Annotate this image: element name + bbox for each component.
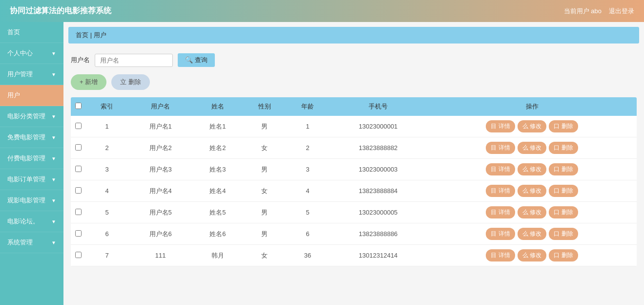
chevron-icon: ▼ <box>51 240 56 245</box>
sidebar-item-watch-history[interactable]: 观影电影管理 ▼ <box>0 190 63 211</box>
delete-button[interactable]: 口 删除 <box>549 206 578 218</box>
app-title: 协同过滤算法的电影推荐系统 <box>10 6 111 16</box>
row-checkbox-cell <box>71 223 85 245</box>
breadcrumb: 首页 | 用户 <box>68 27 639 44</box>
col-gender: 性别 <box>243 97 286 116</box>
breadcrumb-current: 用户 <box>94 31 106 39</box>
cell-username: 用户名2 <box>128 137 192 159</box>
edit-button[interactable]: 么 修改 <box>518 228 546 240</box>
delete-button[interactable]: 口 删除 <box>549 163 578 175</box>
sidebar-item-label: 电影论坛。 <box>7 217 39 226</box>
edit-button[interactable]: 么 修改 <box>518 142 546 154</box>
sidebar-item-home[interactable]: 首页 <box>0 22 63 43</box>
breadcrumb-separator: | <box>90 31 92 39</box>
detail-button[interactable]: 目 详情 <box>486 163 515 175</box>
row-checkbox-cell <box>71 159 85 180</box>
cell-name: 姓名5 <box>192 202 243 223</box>
detail-button[interactable]: 目 详情 <box>486 185 515 197</box>
cell-phone: 13823888886 <box>329 223 427 245</box>
cell-index: 1 <box>85 116 128 137</box>
breadcrumb-home[interactable]: 首页 <box>76 31 88 39</box>
edit-button[interactable]: 么 修改 <box>518 249 546 261</box>
cell-index: 5 <box>85 202 128 223</box>
row-checkbox-cell <box>71 116 85 137</box>
cell-age: 4 <box>286 180 329 202</box>
col-actions: 操作 <box>427 97 637 116</box>
sidebar-item-label: 系统管理 <box>7 238 33 247</box>
delete-button[interactable]: 口 删除 <box>549 228 578 240</box>
logout-button[interactable]: 退出登录 <box>609 7 634 16</box>
cell-name: 姓名3 <box>192 159 243 180</box>
edit-button[interactable]: 么 修改 <box>518 120 546 132</box>
sidebar-item-user[interactable]: 用户 <box>0 85 63 106</box>
cell-actions: 目 详情 么 修改 口 删除 <box>427 137 637 159</box>
user-table-container: 索引 用户名 姓名 性别 年龄 手机号 操作 1 用户名1 姓名1 男 <box>71 97 637 266</box>
col-phone: 手机号 <box>329 97 427 116</box>
delete-button[interactable]: 口 删除 <box>549 185 578 197</box>
delete-button[interactable]: 口 删除 <box>549 142 578 154</box>
sidebar-item-free-movie[interactable]: 免费电影管理 ▼ <box>0 127 63 148</box>
detail-button[interactable]: 目 详情 <box>486 120 515 132</box>
cell-gender: 女 <box>243 180 286 202</box>
table-row: 2 用户名2 姓名2 女 2 13823888882 目 详情 么 修改 口 删… <box>71 137 637 159</box>
detail-button[interactable]: 目 详情 <box>486 228 515 240</box>
sidebar-item-system[interactable]: 系统管理 ▼ <box>0 232 63 253</box>
row-checkbox[interactable] <box>75 187 82 194</box>
edit-button[interactable]: 么 修改 <box>518 206 546 218</box>
row-checkbox[interactable] <box>75 144 82 151</box>
cell-username: 用户名5 <box>128 202 192 223</box>
add-button[interactable]: + 新增 <box>71 74 106 90</box>
cell-username: 用户名6 <box>128 223 192 245</box>
row-checkbox[interactable] <box>75 209 82 215</box>
table-body: 1 用户名1 姓名1 男 1 13023000001 目 详情 么 修改 口 删… <box>71 116 637 266</box>
sidebar-item-paid-movie[interactable]: 付费电影管理 ▼ <box>0 148 63 169</box>
action-bar: + 新增 立 删除 <box>71 74 637 90</box>
sidebar-item-user-mgmt[interactable]: 用户管理 ▼ <box>0 64 63 85</box>
batch-delete-button[interactable]: 立 删除 <box>111 74 150 90</box>
row-checkbox[interactable] <box>75 166 82 172</box>
sidebar-item-label: 观影电影管理 <box>7 196 45 205</box>
sidebar-item-forum[interactable]: 电影论坛。 ▼ <box>0 211 63 232</box>
detail-button[interactable]: 目 详情 <box>486 249 515 261</box>
row-checkbox[interactable] <box>75 123 82 129</box>
cell-gender: 男 <box>243 159 286 180</box>
search-button[interactable]: 🔍 查询 <box>178 53 215 67</box>
edit-button[interactable]: 么 修改 <box>518 163 546 175</box>
search-input[interactable] <box>95 54 173 67</box>
col-name: 姓名 <box>192 97 243 116</box>
select-all-checkbox[interactable] <box>75 103 82 109</box>
sidebar-item-label: 免费电影管理 <box>7 133 45 142</box>
sidebar: 首页 个人中心 ▼ 用户管理 ▼ 用户 电影分类管理 ▼ 免费电影管理 ▼ 付费… <box>0 22 63 305</box>
col-username: 用户名 <box>128 97 192 116</box>
chevron-icon: ▼ <box>51 114 56 119</box>
sidebar-item-label: 电影分类管理 <box>7 112 45 121</box>
table-header: 索引 用户名 姓名 性别 年龄 手机号 操作 <box>71 97 637 116</box>
cell-age: 1 <box>286 116 329 137</box>
row-checkbox[interactable] <box>75 230 82 237</box>
sidebar-item-personal[interactable]: 个人中心 ▼ <box>0 43 63 64</box>
chevron-icon: ▼ <box>51 72 56 77</box>
detail-button[interactable]: 目 详情 <box>486 142 515 154</box>
sidebar-item-label: 付费电影管理 <box>7 154 45 163</box>
cell-gender: 男 <box>243 223 286 245</box>
cell-phone: 13023000001 <box>329 116 427 137</box>
cell-name: 姓名2 <box>192 137 243 159</box>
sidebar-item-movie-category[interactable]: 电影分类管理 ▼ <box>0 106 63 127</box>
sidebar-item-order-mgmt[interactable]: 电影订单管理 ▼ <box>0 169 63 190</box>
search-bar: 用户名 🔍 查询 <box>71 53 637 67</box>
cell-index: 2 <box>85 137 128 159</box>
chevron-icon: ▼ <box>51 156 56 161</box>
cell-name: 韩月 <box>192 245 243 266</box>
detail-button[interactable]: 目 详情 <box>486 206 515 218</box>
cell-age: 5 <box>286 202 329 223</box>
cell-age: 3 <box>286 159 329 180</box>
table-row: 5 用户名5 姓名5 男 5 13023000005 目 详情 么 修改 口 删… <box>71 202 637 223</box>
delete-button[interactable]: 口 删除 <box>549 120 578 132</box>
row-checkbox-cell <box>71 137 85 159</box>
edit-button[interactable]: 么 修改 <box>518 185 546 197</box>
sidebar-item-label: 用户管理 <box>7 70 33 79</box>
col-age: 年龄 <box>286 97 329 116</box>
delete-button[interactable]: 口 删除 <box>549 249 578 261</box>
header-user-area: 当前用户 abo 退出登录 <box>564 7 634 16</box>
row-checkbox[interactable] <box>75 252 82 258</box>
